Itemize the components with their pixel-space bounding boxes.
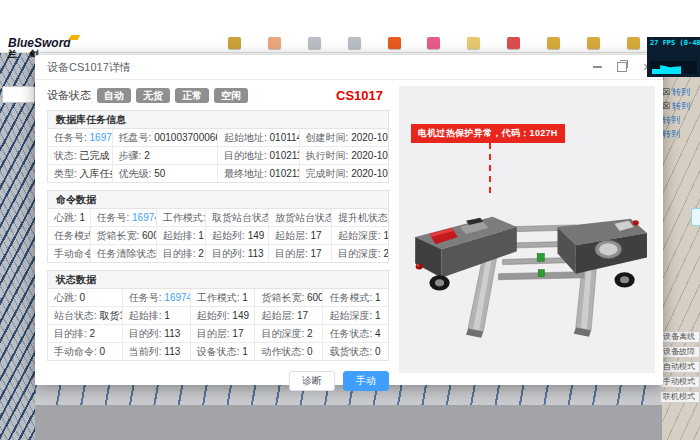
field-起始深度: 起始深度: 1 [323, 307, 388, 324]
goto-link[interactable]: ☒转到 [662, 100, 699, 112]
monitor-icon[interactable] [308, 37, 321, 49]
section-status-data: 状态数据 心跳: 0任务号: 1697426工作模式: 1货箱长宽: 600*4… [47, 270, 389, 361]
goto-link[interactable]: ☒转到 [662, 86, 699, 98]
restore-icon[interactable] [616, 61, 628, 73]
search-input[interactable] [2, 86, 35, 103]
field-value: 1 [383, 230, 388, 241]
box-yellow-icon[interactable] [467, 37, 480, 49]
minimize-icon[interactable] [591, 61, 603, 73]
field-心跳: 心跳: 1 [48, 209, 91, 226]
field-value: 1 [375, 292, 381, 303]
field-value: 0102113172 [270, 150, 300, 161]
diagnose-button[interactable]: 诊断 [289, 371, 335, 391]
legend-item: 设备故障 [660, 346, 700, 358]
warehouse-icon[interactable] [587, 37, 600, 49]
fps-graph [650, 61, 697, 74]
error-callout: 电机过热保护异常，代码：1027H [411, 124, 565, 143]
status-badge: 无货 [136, 88, 170, 103]
person-icon[interactable] [268, 37, 281, 49]
warehouse-icon[interactable] [627, 37, 640, 49]
field-手动命令: 手动命令: 0 [48, 343, 123, 360]
section-table: 心跳: 0任务号: 1697426工作模式: 1货箱长宽: 600*400任务模… [47, 288, 389, 361]
worker-icon[interactable] [228, 37, 241, 49]
field-value: 0 [375, 346, 381, 357]
factory-icon[interactable] [507, 37, 520, 49]
field-起始排: 起始排: 1 [157, 227, 206, 244]
field-起始深度: 起始深度: 1 [332, 227, 388, 244]
field-任务号: 任务号: 1697426 [48, 129, 113, 146]
field-目的深度: 目的深度: 2 [332, 245, 388, 262]
field-目的列: 目的列: 113 [206, 245, 269, 262]
device-status-row: 设备状态 自动无货正常空闲 CS1017 [47, 88, 389, 103]
section-table: 任务号: 1697426托盘号: 00100370006611464548起始地… [47, 128, 389, 183]
field-value: 1 [242, 292, 248, 303]
field-托盘号: 托盘号: 00100370006611464548 [113, 129, 218, 146]
app-toolbar [228, 37, 640, 49]
goto-column: ☒转到☒转到转到转到 [662, 86, 699, 140]
field-创建时间: 创建时间: 2020-10-21 09:58:43 [300, 129, 388, 146]
field-value: 4 [375, 328, 381, 339]
legend-item: 设备离线 [660, 331, 700, 343]
field-value: 0 [307, 346, 313, 357]
fps-stats-panel: 27 FPS (0-48) [647, 37, 700, 77]
field-value: 600*400 [307, 292, 323, 303]
legend-column: 设备离线设备故障自动模式手动模式联机模式 [660, 331, 700, 403]
manual-button[interactable]: 手动 [343, 371, 389, 391]
field-起始列: 起始列: 149 [206, 227, 269, 244]
monitor-icon[interactable] [348, 37, 361, 49]
field-执行时间: 执行时间: 2020-10-21 09:58:49 [300, 147, 388, 164]
warehouse-3d-scene-bottom [35, 385, 662, 440]
status-badges: 自动无货正常空闲 [97, 88, 248, 103]
field-起始层: 起始层: 17 [269, 227, 332, 244]
field-工作模式: 工作模式: 1 [157, 209, 206, 226]
field-载货状态: 载货状态: 0 [323, 343, 388, 360]
field-value: 17 [232, 328, 243, 339]
section-command-data: 命令数据 心跳: 1任务号: 1697426工作模式: 1取货站台状态: 1放货… [47, 190, 389, 263]
field-value: 17 [311, 248, 322, 259]
goto-link[interactable]: 转到 [662, 114, 699, 126]
field-任务模式: 任务模式: 1 [48, 227, 91, 244]
field-value: 2 [144, 150, 150, 161]
section-db-task-info: 数据库任务信息 任务号: 1697426托盘号: 001003700066114… [47, 110, 389, 183]
field-value: 2020-10-21 09:58:43 [351, 132, 388, 143]
checkbox-icon[interactable]: ☒ [662, 87, 670, 97]
window-controls: ✕ [591, 61, 653, 73]
task-id-link[interactable]: 1697426 [164, 292, 190, 303]
field-优先级: 优先级: 50 [113, 165, 218, 182]
field-value: 0101149171 [270, 132, 300, 143]
field-value: 17 [311, 230, 322, 241]
field-手动命令: 手动命令: 0 [48, 245, 91, 262]
map-tooltip [691, 208, 700, 226]
field-value: 149 [248, 230, 265, 241]
field-value: 17 [297, 310, 308, 321]
alert-icon[interactable] [388, 37, 401, 49]
field-value: 600*400 [142, 230, 157, 241]
field-最终地址: 最终地址: 0102113172 [218, 165, 300, 182]
field-目的深度: 目的深度: 2 [255, 325, 323, 342]
field-动作状态: 动作状态: 0 [255, 343, 323, 360]
field-目的列: 目的列: 113 [123, 325, 191, 342]
field-value: 1 [164, 310, 170, 321]
field-类型: 类型: 入库任务 [48, 165, 113, 182]
field-任务清除状态: 任务清除状态: 2 [91, 245, 157, 262]
warehouse-icon[interactable] [547, 37, 560, 49]
shuttle-device-3d [405, 186, 649, 339]
field-任务状态: 任务状态: 4 [323, 325, 388, 342]
task-id-link[interactable]: 1697426 [132, 212, 157, 223]
field-value: 2 [307, 328, 313, 339]
field-value: 113 [248, 248, 264, 259]
goto-link-label: 转到 [672, 100, 690, 113]
legend-item: 联机模式 [660, 391, 700, 403]
box-pink-icon[interactable] [427, 37, 440, 49]
field-放货站台状态: 放货站台状态: 1 [269, 209, 332, 226]
field-起始层: 起始层: 17 [255, 307, 323, 324]
checkbox-icon[interactable]: ☒ [662, 101, 670, 111]
field-设备状态: 设备状态: 1 [191, 343, 256, 360]
field-value: 入库任务 [80, 168, 113, 179]
legend-item: 手动模式 [660, 376, 700, 388]
goto-link[interactable]: 转到 [662, 128, 699, 140]
dialog-footer: 诊断 手动 [47, 368, 389, 391]
task-id-link[interactable]: 1697426 [90, 132, 113, 143]
field-value: 00100370006611464548 [154, 132, 218, 143]
field-目的层: 目的层: 17 [269, 245, 332, 262]
